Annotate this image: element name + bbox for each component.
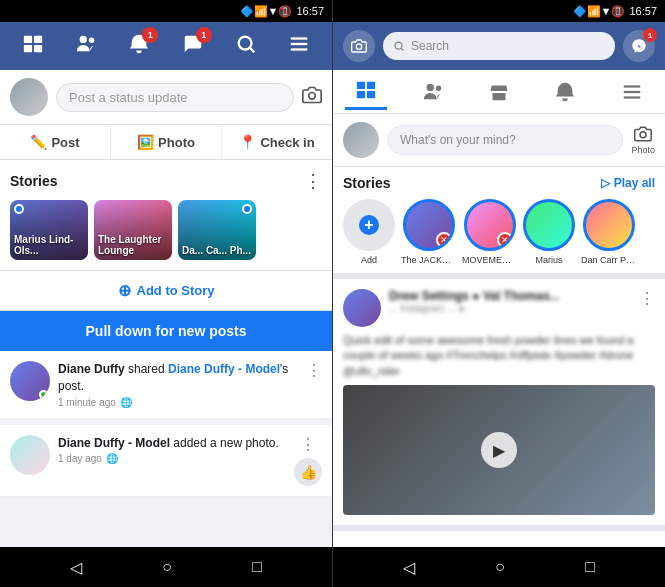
add-to-story-btn[interactable]: ⊕ Add to Story	[0, 271, 332, 311]
add-story-plus-btn: +	[359, 215, 379, 235]
right-story-name-5: Dan Carr Ph...	[581, 255, 636, 265]
messenger-btn[interactable]: 1	[623, 30, 655, 62]
right-post-text: Quick edit of some awesome fresh powder …	[343, 333, 655, 379]
back-button[interactable]: ◁	[70, 558, 82, 577]
search-input-box[interactable]: Search	[383, 32, 615, 60]
right-story-item-4[interactable]: Marius	[523, 199, 575, 265]
left-status-bar: 🔷📶▼📵 16:57	[0, 0, 332, 22]
home-button[interactable]: ○	[162, 558, 172, 576]
right-time: 16:57	[629, 5, 657, 17]
right-post-info: Drew Settings ● Val Thomas... ... Instag…	[389, 289, 631, 314]
left-time: 16:57	[296, 5, 324, 17]
checkin-tab[interactable]: 📍 Check in	[222, 125, 332, 159]
right-bottom-nav: ◁ ○ □	[333, 547, 665, 587]
like-button-2[interactable]: 👍	[294, 458, 322, 486]
messages-badge: 1	[196, 27, 212, 43]
messages-nav-icon[interactable]: 1	[178, 29, 208, 64]
post-avatar-2	[10, 435, 50, 475]
add-to-story-label: Add to Story	[137, 283, 215, 298]
notifications-nav-icon[interactable]: 1	[124, 29, 154, 64]
post-actions-2: ⋮ 👍	[294, 435, 322, 486]
svg-rect-18	[367, 91, 375, 98]
right-post-more[interactable]: ⋮	[639, 289, 655, 308]
right-story-item-5[interactable]: Dan Carr Ph...	[581, 199, 636, 265]
story-name-1: Marius Lind-Ols...	[14, 234, 84, 256]
checkin-tab-icon: 📍	[239, 134, 256, 150]
photo-tab[interactable]: 🖼️ Photo	[111, 125, 222, 159]
stories-section: Stories ⋮ Marius Lind-Ols... The Laughte…	[0, 160, 332, 271]
story-cover-2: The Laughter Lounge	[94, 200, 172, 260]
globe-icon-2: 🌐	[106, 453, 118, 464]
photo-button[interactable]: Photo	[631, 125, 655, 155]
right-back-button[interactable]: ◁	[403, 558, 415, 577]
right-nav-tabs	[333, 70, 665, 114]
right-tab-menu[interactable]	[611, 75, 653, 109]
search-camera-btn[interactable]	[343, 30, 375, 62]
right-tab-notifications[interactable]	[544, 75, 586, 109]
home-nav-icon[interactable]	[18, 29, 48, 64]
right-story-avatar-3: ✕	[464, 199, 516, 251]
right-home-button[interactable]: ○	[495, 558, 505, 576]
story-item-2[interactable]: The Laughter Lounge	[94, 200, 172, 260]
right-tab-friends[interactable]	[412, 75, 454, 109]
right-story-item-2[interactable]: ✕ The JACKY I...	[401, 199, 456, 265]
post-status-input[interactable]: Post a status update	[56, 83, 294, 112]
story-item-1[interactable]: Marius Lind-Ols...	[10, 200, 88, 260]
story-item-3[interactable]: Da... Ca... Ph...	[178, 200, 256, 260]
post-bar: Post a status update	[0, 70, 332, 125]
add-story-item[interactable]: + Add	[343, 199, 395, 265]
mind-input[interactable]: What's on your mind?	[387, 125, 623, 155]
user-avatar	[10, 78, 48, 116]
pull-down-banner[interactable]: Pull down for new posts	[0, 311, 332, 351]
more-options-1[interactable]: ⋮	[306, 361, 322, 380]
stories-list: Marius Lind-Ols... The Laughter Lounge D…	[10, 200, 322, 260]
add-story-name: Add	[361, 255, 377, 265]
search-nav-icon[interactable]	[231, 29, 261, 64]
svg-rect-0	[23, 35, 31, 42]
pull-down-label: Pull down for new posts	[86, 323, 247, 339]
camera-icon[interactable]	[302, 85, 322, 110]
post-tab-label: Post	[51, 135, 79, 150]
story-name-2: The Laughter Lounge	[98, 234, 168, 256]
story-name-3: Da... Ca... Ph...	[182, 245, 251, 256]
video-play-icon[interactable]: ▶	[481, 432, 517, 468]
right-story-item-3[interactable]: ✕ MOVEMENT ...	[462, 199, 517, 265]
post-author-1: Diane Duffy shared Diane Duffy - Model's…	[58, 361, 298, 395]
right-stories-section: Stories ▷ Play all + Add ✕ The JACKY I..…	[333, 167, 665, 279]
menu-nav-icon[interactable]	[284, 29, 314, 64]
mind-bar: What's on your mind? Photo	[333, 114, 665, 167]
online-indicator-1	[39, 390, 48, 399]
right-post-sub: ... Instagram ... ●	[389, 303, 631, 314]
right-search-bar: Search 1	[333, 22, 665, 70]
post-tab[interactable]: ✏️ Post	[0, 125, 111, 159]
stories-header: Stories ⋮	[10, 170, 322, 192]
right-tab-home[interactable]	[345, 73, 387, 110]
svg-line-7	[250, 48, 254, 52]
svg-point-12	[356, 44, 361, 49]
svg-point-5	[89, 37, 95, 43]
story-close-badge-3: ✕	[497, 232, 513, 248]
post-time-2: 1 day ago	[58, 453, 102, 464]
svg-point-13	[395, 42, 402, 49]
stories-more-icon[interactable]: ⋮	[304, 170, 322, 192]
friends-nav-icon[interactable]	[71, 29, 101, 64]
recent-apps-button[interactable]: □	[252, 558, 262, 576]
post-link-1[interactable]: Diane Duffy - Model	[168, 362, 280, 376]
left-feed: Diane Duffy shared Diane Duffy - Model's…	[0, 351, 332, 547]
svg-rect-1	[34, 35, 42, 42]
play-all-btn[interactable]: ▷ Play all	[601, 176, 655, 190]
post-meta-2: 1 day ago 🌐	[58, 453, 286, 464]
post-author-2: Diane Duffy - Model added a new photo.	[58, 435, 286, 452]
svg-rect-16	[367, 82, 375, 89]
more-options-2[interactable]: ⋮	[300, 435, 316, 454]
svg-rect-2	[23, 44, 31, 51]
right-feed: Drew Settings ● Val Thomas... ... Instag…	[333, 279, 665, 547]
stories-title: Stories	[10, 173, 57, 189]
right-recent-button[interactable]: □	[585, 558, 595, 576]
left-bottom-nav: ◁ ○ □	[0, 547, 332, 587]
right-post-1: Drew Settings ● Val Thomas... ... Instag…	[333, 279, 665, 531]
right-story-name-3: MOVEMENT ...	[462, 255, 517, 265]
svg-rect-17	[357, 91, 365, 98]
photo-tab-icon: 🖼️	[137, 134, 154, 150]
right-tab-marketplace[interactable]	[478, 75, 520, 109]
